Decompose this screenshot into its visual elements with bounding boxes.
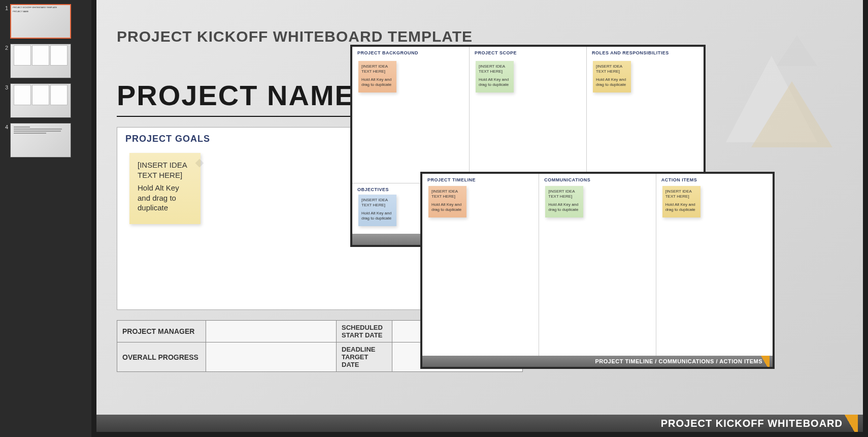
objectives-col[interactable]: OBJECTIVES [INSERT IDEA TEXT HERE] Hold …	[352, 183, 423, 234]
footer-text: PROJECT KICKOFF WHITEBOARD	[661, 418, 843, 429]
col-header: PROJECT SCOPE	[470, 47, 586, 57]
template-title: PROJECT KICKOFF WHITEBOARD TEMPLATE	[117, 28, 473, 45]
sticky-note[interactable]: [INSERT IDEA TEXT HERE] Hold Alt Key and…	[476, 61, 514, 92]
thumb-preview[interactable]	[10, 44, 71, 78]
action-items-col[interactable]: ACTION ITEMS [INSERT IDEA TEXT HERE] Hol…	[656, 174, 773, 356]
sticky-note[interactable]: [INSERT IDEA TEXT HERE] Hold Alt Key and…	[662, 186, 700, 217]
sticky-note[interactable]: [INSERT IDEA TEXT HERE] Hold Alt Key and…	[545, 186, 583, 217]
col-header: PROJECT TIMELINE	[422, 174, 539, 184]
svg-marker-2	[777, 36, 817, 66]
sticky-note[interactable]: [INSERT IDEA TEXT HERE] Hold Alt Key and…	[428, 186, 466, 217]
thumbnail-1[interactable]: 1 PROJECT KICKOFF WHITEBOARD TEMPLATEPRO…	[2, 4, 89, 39]
slide-canvas[interactable]: PROJECT KICKOFF WHITEBOARD TEMPLATE PROJ…	[96, 0, 863, 432]
project-name[interactable]: PROJECT NAME	[117, 79, 355, 112]
thumb-preview[interactable]: PROJECT KICKOFF WHITEBOARD TEMPLATEPROJE…	[10, 4, 71, 39]
thumb-number: 2	[2, 44, 8, 51]
decorative-triangles	[695, 15, 848, 168]
pm-value[interactable]	[206, 321, 337, 342]
thumb-number: 1	[2, 4, 8, 11]
deadline-label: DEADLINE TARGET DATE	[337, 342, 392, 372]
thumb-preview[interactable]	[10, 83, 71, 118]
timeline-comms-panel[interactable]: PROJECT TIMELINE [INSERT IDEA TEXT HERE]…	[420, 172, 775, 369]
progress-label: OVERALL PROGRESS	[117, 342, 206, 372]
col-header: ACTION ITEMS	[656, 174, 773, 184]
thumb-number: 3	[2, 83, 8, 90]
thumbnail-3[interactable]: 3	[2, 83, 89, 118]
thumbnail-4[interactable]: 4	[2, 123, 89, 158]
project-scope-col[interactable]: PROJECT SCOPE [INSERT IDEA TEXT HERE] Ho…	[470, 47, 587, 183]
sticky-note[interactable]: [INSERT IDEA TEXT HERE] Hold Alt Key and…	[358, 61, 396, 92]
thumb-preview[interactable]	[10, 123, 71, 158]
sticky-note[interactable]: [INSERT IDEA TEXT HERE] Hold Alt Key and…	[593, 61, 631, 92]
svg-marker-1	[751, 81, 832, 147]
sticky-hint-text: Hold Alt Key and drag to duplicate	[138, 183, 192, 213]
communications-col[interactable]: COMMUNICATIONS [INSERT IDEA TEXT HERE] H…	[539, 174, 656, 356]
sticky-note[interactable]: [INSERT IDEA TEXT HERE] Hold Alt Key and…	[358, 195, 396, 226]
col-header: ROLES AND RESPONSIBILITIES	[587, 47, 704, 57]
main-area: PROJECT KICKOFF WHITEBOARD TEMPLATE PROJ…	[91, 0, 868, 437]
col-header: OBJECTIVES	[352, 183, 423, 194]
slide-footer-bar: PROJECT KICKOFF WHITEBOARD	[96, 415, 863, 432]
col-header: PROJECT BACKGROUND	[352, 47, 469, 57]
thumbnail-panel: 1 PROJECT KICKOFF WHITEBOARD TEMPLATEPRO…	[0, 0, 91, 437]
progress-value[interactable]	[206, 342, 337, 372]
svg-marker-0	[726, 56, 817, 142]
col-header: COMMUNICATIONS	[539, 174, 655, 184]
sticky-idea-text: [INSERT IDEA TEXT HERE]	[138, 160, 192, 180]
project-timeline-col[interactable]: PROJECT TIMELINE [INSERT IDEA TEXT HERE]…	[422, 174, 539, 356]
start-date-label: SCHEDULED START DATE	[337, 321, 392, 342]
thumb-number: 4	[2, 123, 8, 130]
roles-responsibilities-col[interactable]: ROLES AND RESPONSIBILITIES [INSERT IDEA …	[587, 47, 704, 183]
project-background-col[interactable]: PROJECT BACKGROUND [INSERT IDEA TEXT HER…	[352, 47, 470, 183]
thumbnail-2[interactable]: 2	[2, 44, 89, 78]
right-panel-footer: PROJECT TIMELINE / COMMUNICATIONS / ACTI…	[422, 356, 773, 367]
sticky-note-goals[interactable]: [INSERT IDEA TEXT HERE] Hold Alt Key and…	[129, 153, 201, 224]
pm-label: PROJECT MANAGER	[117, 321, 206, 342]
